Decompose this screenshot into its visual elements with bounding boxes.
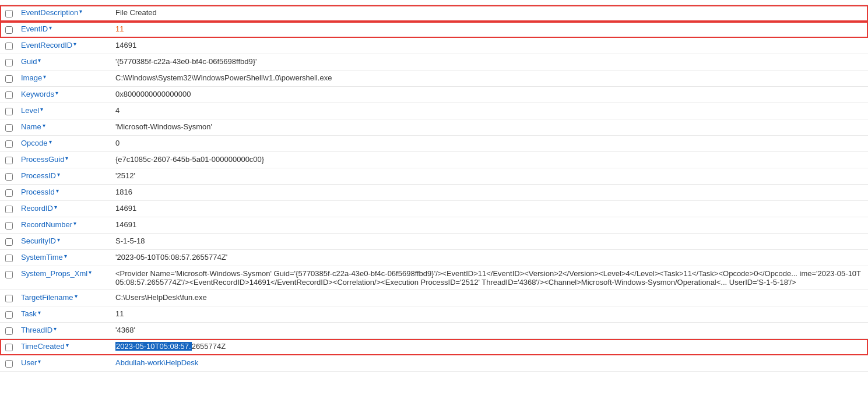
field-label-image: Image: [21, 73, 42, 82]
table-row-keywords: Keywords ▾0x8000000000000000: [0, 87, 868, 103]
dropdown-arrow-keywords[interactable]: ▾: [55, 90, 58, 96]
dropdown-arrow-image[interactable]: ▾: [43, 73, 46, 80]
table-row-thread-id: ThreadID ▾'4368': [0, 323, 868, 339]
field-name-name: Name ▾: [17, 119, 111, 134]
checkbox-cell-system-props-xml: [0, 266, 17, 282]
checkbox-event-record-id[interactable]: [5, 43, 13, 50]
field-name-opcode: Opcode ▾: [17, 136, 111, 150]
dropdown-arrow-system-props-xml[interactable]: ▾: [89, 269, 92, 276]
field-value-thread-id: '4368': [111, 323, 868, 337]
field-name-level: Level ▾: [17, 103, 111, 118]
checkbox-process-id[interactable]: [5, 173, 13, 181]
dropdown-arrow-task[interactable]: ▾: [38, 309, 41, 316]
table-row-level: Level ▾4: [0, 103, 868, 119]
field-name-event-id: EventID ▾: [17, 22, 111, 36]
table-row-event-record-id: EventRecordID ▾14691: [0, 38, 868, 54]
checkbox-guid[interactable]: [5, 59, 13, 66]
dropdown-arrow-level[interactable]: ▾: [40, 106, 43, 112]
checkbox-user[interactable]: [5, 360, 13, 368]
table-row-system-props-xml: System_Props_Xml ▾<Provider Name='Micros…: [0, 266, 868, 290]
dropdown-arrow-target-filename[interactable]: ▾: [75, 293, 78, 299]
rows-container: EventDescription ▾File CreatedEventID ▾1…: [0, 5, 868, 372]
checkbox-target-filename[interactable]: [5, 295, 13, 302]
field-value-event-description: File Created: [111, 5, 868, 20]
dropdown-arrow-opcode[interactable]: ▾: [49, 139, 52, 145]
dropdown-arrow-record-number[interactable]: ▾: [73, 220, 76, 227]
field-name-security-id: SecurityID ▾: [17, 234, 111, 248]
checkbox-security-id[interactable]: [5, 238, 13, 246]
table-row-system-time: SystemTime ▾'2023-05-10T05:08:57.2655774…: [0, 250, 868, 266]
checkbox-cell-system-time: [0, 250, 17, 266]
checkbox-cell-task: [0, 306, 17, 322]
dropdown-arrow-record-id[interactable]: ▾: [54, 204, 57, 210]
table-row-record-number: RecordNumber ▾14691: [0, 217, 868, 234]
field-value-record-number: 14691: [111, 217, 868, 232]
dropdown-arrow-guid[interactable]: ▾: [38, 57, 41, 63]
field-value-opcode: 0: [111, 136, 868, 150]
field-label-guid: Guid: [21, 57, 37, 66]
table-row-target-filename: TargetFilename ▾C:\Users\HelpDesk\fun.ex…: [0, 290, 868, 306]
checkbox-cell-security-id: [0, 234, 17, 249]
checkbox-cell-keywords: [0, 87, 17, 103]
checkbox-opcode[interactable]: [5, 140, 13, 148]
dropdown-arrow-thread-id[interactable]: ▾: [54, 326, 57, 332]
table-row-image: Image ▾C:\Windows\System32\WindowsPowerS…: [0, 70, 868, 87]
dropdown-arrow-time-created[interactable]: ▾: [66, 342, 69, 348]
table-row-event-id: EventID ▾11: [0, 22, 868, 38]
table-row-security-id: SecurityID ▾S-1-5-18: [0, 234, 868, 250]
checkbox-system-time[interactable]: [5, 255, 13, 262]
field-value-guid: '{5770385f-c22a-43e0-bf4c-06f5698ffbd9}': [111, 54, 868, 69]
checkbox-level[interactable]: [5, 108, 13, 115]
checkbox-task[interactable]: [5, 311, 13, 319]
checkbox-process-id-lower[interactable]: [5, 189, 13, 197]
field-value-keywords: 0x8000000000000000: [111, 87, 868, 101]
checkbox-thread-id[interactable]: [5, 327, 13, 335]
dropdown-arrow-event-record-id[interactable]: ▾: [73, 41, 76, 47]
checkbox-record-number[interactable]: [5, 222, 13, 230]
field-value-task: 11: [111, 306, 868, 321]
dropdown-arrow-system-time[interactable]: ▾: [64, 253, 67, 259]
checkbox-process-guid[interactable]: [5, 157, 13, 164]
field-name-process-guid: ProcessGuid ▾: [17, 152, 111, 167]
checkbox-event-description[interactable]: [5, 10, 13, 17]
field-value-process-guid: {e7c1085c-2607-645b-5a01-000000000c00}: [111, 152, 868, 167]
field-name-thread-id: ThreadID ▾: [17, 323, 111, 337]
time-rest-text: 2655774Z: [192, 342, 226, 351]
dropdown-arrow-name[interactable]: ▾: [43, 122, 45, 129]
checkbox-system-props-xml[interactable]: [5, 271, 13, 278]
checkbox-cell-record-number: [0, 217, 17, 233]
field-label-opcode: Opcode: [21, 139, 48, 147]
table-row-name: Name ▾'Microsoft-Windows-Sysmon': [0, 119, 868, 136]
field-label-security-id: SecurityID: [21, 236, 56, 245]
data-table: EventDescription ▾File CreatedEventID ▾1…: [0, 0, 868, 372]
checkbox-keywords[interactable]: [5, 91, 13, 99]
dropdown-arrow-process-id[interactable]: ▾: [57, 171, 60, 178]
dropdown-arrow-event-description[interactable]: ▾: [79, 8, 82, 15]
field-value-system-time: '2023-05-10T05:08:57.2655774Z': [111, 250, 868, 264]
table-row-task: Task ▾11: [0, 306, 868, 323]
field-label-process-id-lower: ProcessId: [21, 188, 55, 196]
field-label-keywords: Keywords: [21, 90, 54, 98]
checkbox-event-id[interactable]: [5, 26, 13, 34]
field-label-system-time: SystemTime: [21, 253, 63, 262]
checkbox-cell-time-created: [0, 339, 17, 355]
dropdown-arrow-process-guid[interactable]: ▾: [65, 155, 68, 161]
field-value-process-id: '2512': [111, 168, 868, 183]
field-label-system-props-xml: System_Props_Xml: [21, 269, 87, 278]
field-name-event-record-id: EventRecordID ▾: [17, 38, 111, 52]
dropdown-arrow-event-id[interactable]: ▾: [49, 24, 52, 31]
checkbox-time-created[interactable]: [5, 344, 13, 351]
dropdown-arrow-user[interactable]: ▾: [38, 358, 41, 365]
checkbox-cell-level: [0, 103, 17, 119]
field-label-event-description: EventDescription: [21, 8, 78, 17]
field-value-event-id: 11: [111, 22, 868, 36]
field-label-process-guid: ProcessGuid: [21, 155, 64, 164]
checkbox-cell-process-id: [0, 168, 17, 184]
checkbox-cell-event-id: [0, 22, 17, 37]
dropdown-arrow-security-id[interactable]: ▾: [57, 236, 60, 243]
dropdown-arrow-process-id-lower[interactable]: ▾: [56, 188, 59, 194]
checkbox-record-id[interactable]: [5, 206, 13, 213]
field-name-keywords: Keywords ▾: [17, 87, 111, 101]
checkbox-name[interactable]: [5, 124, 13, 132]
checkbox-image[interactable]: [5, 75, 13, 83]
